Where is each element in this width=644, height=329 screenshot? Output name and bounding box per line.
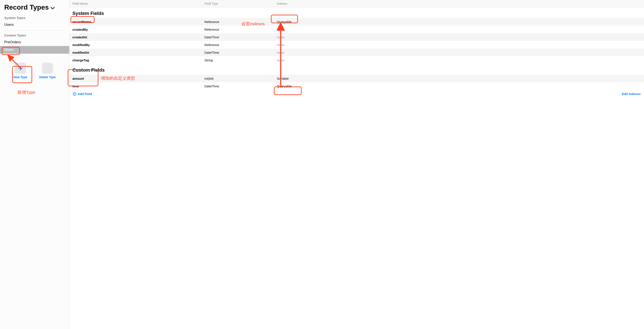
new-type-button[interactable]: New Type (14, 63, 27, 79)
cell-name: createdAt (70, 35, 202, 39)
cell-type: Reference (202, 20, 274, 24)
cell-indexes: Sortable (274, 77, 644, 80)
table-row[interactable]: modifiedAt Date/Time None (70, 49, 644, 56)
chevron-down-icon (50, 4, 55, 11)
cell-type: String (202, 58, 274, 62)
sidebar-item-water[interactable]: Water (0, 46, 69, 54)
add-field-label: Add Field (78, 92, 92, 96)
sidebar-item-preorders[interactable]: PreOrders (0, 38, 69, 46)
cell-type: Int(64) (202, 77, 274, 80)
cell-name: recordName (70, 20, 202, 24)
cell-type: Reference (202, 43, 274, 47)
table-row[interactable]: amount Int(64) Sortable (70, 75, 644, 82)
sidebar-item-users[interactable]: Users (0, 21, 69, 29)
table-row[interactable]: createdAt Date/Time None (70, 33, 644, 41)
cell-indexes: None (274, 43, 644, 47)
table-row[interactable]: createdBy Reference None (70, 26, 644, 33)
cell-type: Reference (202, 28, 274, 31)
cell-type: Date/Time (202, 51, 274, 54)
cell-indexes: None (274, 28, 644, 31)
column-headers: Field Name Field Type Indexes (70, 0, 644, 7)
table-row[interactable]: recordName Reference Queryable (70, 18, 644, 26)
cell-name: modifiedAt (70, 51, 202, 54)
col-header-name: Field Name (70, 2, 202, 5)
section-heading-system: System Fields (70, 7, 644, 18)
cell-type: Date/Time (202, 35, 274, 39)
custom-fields: amount Int(64) Sortable time Date/Time Q… (70, 75, 644, 90)
cell-indexes: Queryable (274, 20, 644, 24)
sidebar-section-custom: Custom Types (0, 32, 69, 38)
page-title-row[interactable]: Record Types (0, 2, 69, 15)
cell-indexes: None (274, 35, 644, 39)
page-title: Record Types (4, 4, 49, 11)
sidebar: Record Types System Types Users Custom T… (0, 0, 70, 329)
cell-indexes: None (274, 51, 644, 54)
col-header-type: Field Type (202, 2, 274, 5)
delete-type-button[interactable]: Delete Type (39, 63, 56, 79)
section-heading-custom: Custom Fields (70, 64, 644, 75)
sidebar-actions: New Type Delete Type (0, 54, 69, 79)
cell-name: changeTag (70, 58, 202, 62)
cell-name: amount (70, 77, 202, 80)
cell-type: Date/Time (202, 84, 274, 88)
plus-circle-icon: + (73, 92, 76, 96)
system-fields: recordName Reference Queryable createdBy… (70, 18, 644, 64)
new-type-label: New Type (14, 75, 27, 79)
table-row[interactable]: modifiedBy Reference None (70, 41, 644, 49)
divider (4, 30, 65, 31)
cell-indexes: Queryable (274, 84, 644, 88)
sidebar-section-system: System Types (0, 15, 69, 21)
table-row[interactable]: time Date/Time Queryable (70, 82, 644, 90)
footer-row: + Add Field Edit Indexes (70, 90, 644, 98)
cell-name: createdBy (70, 28, 202, 31)
blank-icon (42, 63, 53, 74)
add-field-link[interactable]: + Add Field (73, 92, 92, 96)
delete-type-label: Delete Type (39, 75, 56, 79)
edit-indexes-link[interactable]: Edit Indexes (622, 92, 640, 96)
col-header-indexes: Indexes (274, 2, 644, 5)
table-row[interactable]: changeTag String None (70, 56, 644, 64)
main-panel: Field Name Field Type Indexes System Fie… (70, 0, 644, 329)
plus-icon (15, 63, 26, 74)
cell-indexes: None (274, 58, 644, 62)
cell-name: modifiedBy (70, 43, 202, 47)
cell-name: time (70, 84, 202, 88)
